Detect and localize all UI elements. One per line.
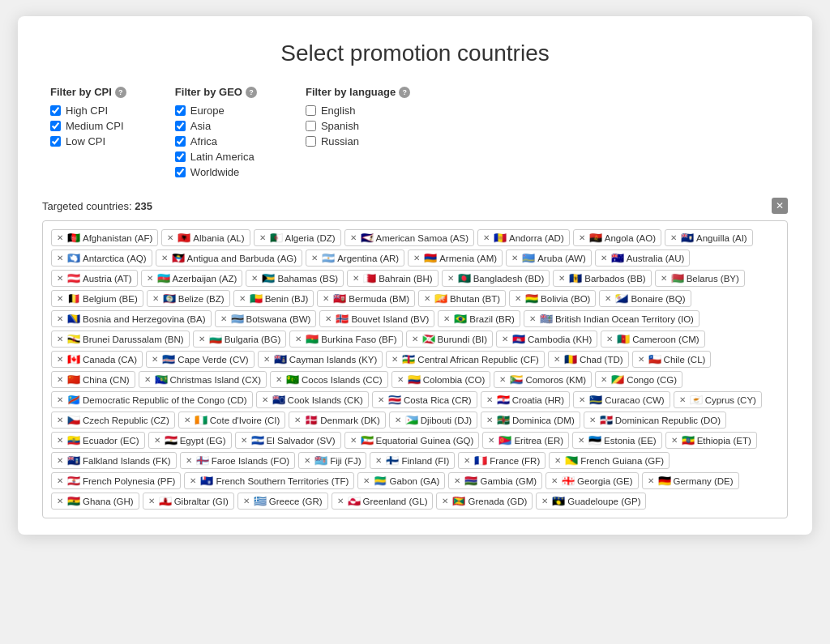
- remove-country-icon[interactable]: ✕: [243, 497, 250, 505]
- remove-country-icon[interactable]: ✕: [57, 395, 63, 404]
- remove-country-icon[interactable]: ✕: [541, 497, 548, 505]
- remove-country-icon[interactable]: ✕: [605, 294, 611, 303]
- remove-country-icon[interactable]: ✕: [190, 476, 196, 485]
- remove-country-icon[interactable]: ✕: [325, 314, 332, 323]
- remove-country-icon[interactable]: ✕: [241, 436, 247, 445]
- remove-country-icon[interactable]: ✕: [486, 395, 493, 404]
- lang-english-checkbox[interactable]: [306, 105, 316, 116]
- remove-country-icon[interactable]: ✕: [554, 355, 560, 364]
- remove-country-icon[interactable]: ✕: [57, 476, 63, 485]
- remove-country-icon[interactable]: ✕: [57, 456, 63, 465]
- remove-country-icon[interactable]: ✕: [488, 436, 494, 445]
- remove-country-icon[interactable]: ✕: [57, 233, 63, 242]
- remove-country-icon[interactable]: ✕: [152, 355, 158, 364]
- remove-country-icon[interactable]: ✕: [161, 254, 168, 262]
- remove-country-icon[interactable]: ✕: [395, 416, 401, 424]
- remove-country-icon[interactable]: ✕: [323, 294, 329, 303]
- remove-country-icon[interactable]: ✕: [589, 416, 596, 424]
- geo-latam-checkbox[interactable]: [175, 151, 186, 162]
- cpi-help-icon[interactable]: ?: [115, 87, 126, 98]
- remove-country-icon[interactable]: ✕: [378, 395, 384, 404]
- remove-country-icon[interactable]: ✕: [648, 476, 654, 485]
- remove-country-icon[interactable]: ✕: [148, 497, 155, 505]
- remove-country-icon[interactable]: ✕: [424, 294, 430, 303]
- remove-country-icon[interactable]: ✕: [276, 375, 282, 384]
- remove-country-icon[interactable]: ✕: [263, 355, 270, 364]
- cpi-medium-checkbox[interactable]: [50, 121, 61, 131]
- remove-country-icon[interactable]: ✕: [154, 436, 160, 445]
- remove-country-icon[interactable]: ✕: [167, 233, 173, 242]
- remove-country-icon[interactable]: ✕: [486, 416, 493, 424]
- remove-country-icon[interactable]: ✕: [454, 476, 460, 485]
- close-button[interactable]: ✕: [772, 198, 788, 214]
- remove-country-icon[interactable]: ✕: [638, 355, 644, 364]
- geo-europe-checkbox[interactable]: [175, 105, 186, 116]
- remove-country-icon[interactable]: ✕: [144, 375, 151, 384]
- remove-country-icon[interactable]: ✕: [671, 436, 678, 445]
- remove-country-icon[interactable]: ✕: [363, 476, 370, 485]
- remove-country-icon[interactable]: ✕: [502, 335, 508, 343]
- lang-russian-checkbox[interactable]: [306, 136, 316, 147]
- remove-country-icon[interactable]: ✕: [57, 294, 63, 303]
- remove-country-icon[interactable]: ✕: [220, 314, 227, 323]
- remove-country-icon[interactable]: ✕: [579, 395, 585, 404]
- remove-country-icon[interactable]: ✕: [57, 375, 63, 384]
- remove-country-icon[interactable]: ✕: [551, 476, 558, 485]
- remove-country-icon[interactable]: ✕: [57, 355, 63, 364]
- countries-box[interactable]: ✕🇦🇫Afghanistan (AF)✕🇦🇱Albania (AL)✕🇩🇿Alg…: [42, 220, 788, 518]
- remove-country-icon[interactable]: ✕: [239, 294, 246, 303]
- remove-country-icon[interactable]: ✕: [670, 233, 677, 242]
- remove-country-icon[interactable]: ✕: [558, 274, 565, 283]
- remove-country-icon[interactable]: ✕: [350, 233, 357, 242]
- remove-country-icon[interactable]: ✕: [606, 335, 613, 343]
- remove-country-icon[interactable]: ✕: [679, 395, 686, 404]
- remove-country-icon[interactable]: ✕: [443, 314, 450, 323]
- geo-worldwide-checkbox[interactable]: [175, 167, 186, 177]
- remove-country-icon[interactable]: ✕: [397, 375, 404, 384]
- remove-country-icon[interactable]: ✕: [412, 335, 418, 343]
- remove-country-icon[interactable]: ✕: [57, 497, 63, 505]
- remove-country-icon[interactable]: ✕: [499, 375, 506, 384]
- remove-country-icon[interactable]: ✕: [57, 335, 63, 343]
- remove-country-icon[interactable]: ✕: [413, 254, 420, 262]
- remove-country-icon[interactable]: ✕: [442, 497, 448, 505]
- remove-country-icon[interactable]: ✕: [311, 254, 318, 262]
- remove-country-icon[interactable]: ✕: [147, 274, 153, 283]
- remove-country-icon[interactable]: ✕: [295, 335, 302, 343]
- remove-country-icon[interactable]: ✕: [579, 233, 585, 242]
- remove-country-icon[interactable]: ✕: [251, 274, 258, 283]
- remove-country-icon[interactable]: ✕: [511, 254, 518, 262]
- remove-country-icon[interactable]: ✕: [186, 456, 192, 465]
- remove-country-icon[interactable]: ✕: [259, 233, 266, 242]
- remove-country-icon[interactable]: ✕: [304, 456, 310, 465]
- remove-country-icon[interactable]: ✕: [529, 314, 536, 323]
- remove-country-icon[interactable]: ✕: [483, 233, 490, 242]
- remove-country-icon[interactable]: ✕: [447, 274, 454, 283]
- remove-country-icon[interactable]: ✕: [184, 416, 190, 424]
- remove-country-icon[interactable]: ✕: [337, 497, 344, 505]
- geo-africa-checkbox[interactable]: [175, 136, 186, 147]
- remove-country-icon[interactable]: ✕: [199, 335, 205, 343]
- geo-asia-checkbox[interactable]: [175, 121, 186, 131]
- cpi-high-checkbox[interactable]: [50, 105, 61, 116]
- remove-country-icon[interactable]: ✕: [601, 375, 607, 384]
- remove-country-icon[interactable]: ✕: [601, 254, 607, 262]
- remove-country-icon[interactable]: ✕: [152, 294, 159, 303]
- remove-country-icon[interactable]: ✕: [353, 274, 359, 283]
- remove-country-icon[interactable]: ✕: [262, 395, 268, 404]
- remove-country-icon[interactable]: ✕: [57, 254, 63, 262]
- geo-help-icon[interactable]: ?: [246, 87, 257, 98]
- language-help-icon[interactable]: ?: [399, 87, 410, 98]
- remove-country-icon[interactable]: ✕: [578, 436, 584, 445]
- remove-country-icon[interactable]: ✕: [57, 416, 63, 424]
- remove-country-icon[interactable]: ✕: [294, 416, 301, 424]
- remove-country-icon[interactable]: ✕: [554, 456, 561, 465]
- remove-country-icon[interactable]: ✕: [57, 274, 63, 283]
- remove-country-icon[interactable]: ✕: [391, 355, 398, 364]
- remove-country-icon[interactable]: ✕: [661, 274, 667, 283]
- cpi-low-checkbox[interactable]: [50, 136, 61, 147]
- remove-country-icon[interactable]: ✕: [464, 456, 470, 465]
- remove-country-icon[interactable]: ✕: [375, 456, 382, 465]
- remove-country-icon[interactable]: ✕: [57, 314, 63, 323]
- remove-country-icon[interactable]: ✕: [57, 436, 63, 445]
